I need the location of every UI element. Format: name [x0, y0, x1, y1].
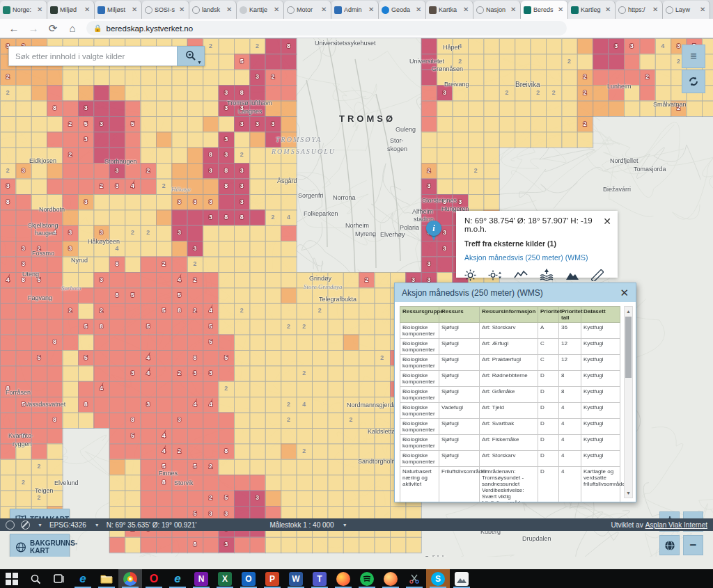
zoom-out-button[interactable]: −: [683, 535, 703, 555]
table-row[interactable]: Biologiske komponenterSjøfuglArt: Gråmåk…: [400, 387, 620, 403]
browser-tab-9[interactable]: Geoda✕: [379, 1, 426, 19]
sun-icon[interactable]: [464, 269, 476, 281]
table-row[interactable]: Biologiske komponenterSjøfuglArt: Fiskem…: [400, 435, 620, 451]
browser-tab-14[interactable]: https:/✕: [616, 1, 663, 19]
taskbar-word-icon[interactable]: W: [284, 569, 308, 588]
table-row[interactable]: Biologiske komponenterSjøfuglArt: Svartb…: [400, 419, 620, 435]
browser-tab-5[interactable]: landsk✕: [189, 1, 237, 19]
tab-close-icon[interactable]: ✕: [37, 6, 44, 13]
scroll-down-icon[interactable]: ▼: [625, 488, 632, 498]
tab-close-icon[interactable]: ✕: [179, 6, 186, 13]
close-icon[interactable]: ✕: [603, 216, 611, 227]
tab-close-icon[interactable]: ✕: [700, 6, 707, 13]
taskbar-search-icon[interactable]: [24, 569, 47, 588]
taskbar-outlook-icon[interactable]: O: [237, 569, 260, 588]
taskbar-powerpoint-icon[interactable]: P: [260, 569, 284, 588]
browser-tab-6[interactable]: Karttje✕: [237, 1, 284, 19]
tab-close-icon[interactable]: ✕: [274, 6, 281, 13]
epsg-selector[interactable]: EPSG:4326: [49, 521, 86, 529]
browser-tab-7[interactable]: Motor✕: [284, 1, 331, 19]
table-cell: 4: [559, 419, 581, 435]
browser-tab-10[interactable]: Kartka✕: [426, 1, 473, 19]
back-button[interactable]: ←: [6, 20, 22, 37]
tab-close-icon[interactable]: ✕: [416, 6, 423, 13]
tab-close-icon[interactable]: ✕: [558, 6, 565, 13]
browser-tab-3[interactable]: Miljøst✕: [95, 1, 142, 19]
table-row[interactable]: Biologiske komponenterSjøfuglArt: Rødneb…: [400, 371, 620, 387]
tide-icon[interactable]: [540, 269, 554, 281]
tab-close-icon[interactable]: ✕: [605, 6, 612, 13]
search-settings-button[interactable]: ▼: [177, 46, 205, 66]
map-viewport[interactable]: TROMSØTROMSØYAROMSSASUOLUUniversitetssyk…: [0, 38, 713, 557]
refresh-layers-button[interactable]: [682, 70, 705, 93]
overview-globe-button[interactable]: [659, 535, 680, 555]
projection-globe-icon[interactable]: [6, 521, 15, 530]
caret-down-icon[interactable]: ▼: [38, 523, 42, 527]
profile-icon[interactable]: [514, 269, 528, 280]
sun-adjust-icon[interactable]: [488, 269, 502, 281]
tab-close-icon[interactable]: ✕: [321, 6, 328, 13]
tab-close-icon[interactable]: ✕: [463, 6, 470, 13]
table-row[interactable]: Biologiske komponenterSjøfuglArt: Ærfugl…: [400, 339, 620, 355]
taskbar-file-explorer-icon[interactable]: [95, 569, 118, 588]
taskbar-spotify-icon[interactable]: [355, 569, 379, 588]
tab-close-icon[interactable]: ✕: [84, 6, 91, 13]
table-row[interactable]: Biologiske komponenterVadefuglArt: Tjeld…: [400, 403, 620, 419]
wms-result-link[interactable]: Aksjon månedsvis (250 meter) (WMS): [464, 253, 611, 262]
browser-tab-13[interactable]: Kartleg✕: [568, 1, 616, 19]
forward-button[interactable]: →: [25, 20, 42, 37]
close-icon[interactable]: ✕: [620, 287, 629, 299]
browser-tab-2[interactable]: Miljød✕: [47, 1, 95, 19]
table-cell: C: [538, 339, 559, 355]
scroll-thumb[interactable]: [625, 317, 632, 378]
asplan-viak-link[interactable]: Asplan Viak Internet: [645, 521, 707, 529]
tab-close-icon[interactable]: ✕: [132, 6, 139, 13]
browser-tab-4[interactable]: SOSI-s✕: [142, 1, 189, 19]
popup-titlebar[interactable]: Aksjon månedsvis (250 meter) (WMS) ✕: [395, 283, 636, 302]
table-cell: Vadefugl: [439, 403, 480, 419]
table-cell: Biologiske komponenter: [400, 323, 439, 339]
compass-icon[interactable]: [21, 521, 30, 530]
taskbar-teams-icon[interactable]: T: [308, 569, 331, 588]
tab-close-icon[interactable]: ✕: [368, 6, 375, 13]
menu-button[interactable]: ≡: [682, 45, 705, 68]
table-row[interactable]: Biologiske komponenterSjøfuglArt: Storsk…: [400, 451, 620, 467]
browser-tab-1[interactable]: Norge:✕: [0, 1, 47, 19]
tab-close-icon[interactable]: ✕: [510, 6, 517, 13]
address-bar[interactable]: 🔒 beredskap.kystverket.no: [86, 21, 567, 35]
taskbar-opera-icon[interactable]: O: [142, 569, 166, 588]
taskbar-excel-icon[interactable]: X: [213, 569, 237, 588]
browser-tab-11[interactable]: Nasjon✕: [473, 1, 521, 19]
browser-tab-15[interactable]: Layw✕: [663, 1, 710, 19]
scale-selector[interactable]: Målestokk 1 : 40 000: [269, 521, 334, 529]
reload-button[interactable]: ⟳: [45, 20, 61, 37]
browser-tab-12[interactable]: Bereds✕: [521, 1, 568, 19]
bakgrunnskart-button[interactable]: BAKGRUNNS-KART: [10, 534, 70, 557]
taskbar-task-view-icon[interactable]: [47, 569, 71, 588]
home-button[interactable]: ⌂: [64, 20, 81, 37]
tab-close-icon[interactable]: ✕: [226, 6, 233, 13]
taskbar-edge-icon[interactable]: e: [71, 569, 95, 588]
browser-tab-8[interactable]: Admin✕: [331, 1, 379, 19]
taskbar-chrome-icon[interactable]: [118, 569, 142, 588]
info-marker[interactable]: i: [426, 221, 441, 241]
taskbar-photos-icon[interactable]: [450, 569, 473, 588]
taskbar-onenote-icon[interactable]: N: [189, 569, 213, 588]
caret-down-icon[interactable]: ▼: [95, 523, 100, 527]
taskbar-internet-explorer-icon[interactable]: e: [166, 569, 189, 588]
taskbar-firefox-2-icon[interactable]: [379, 569, 402, 588]
table-row[interactable]: Biologiske komponenterSjøfuglArt: Storsk…: [400, 323, 620, 339]
taskbar-skype-icon[interactable]: S: [426, 569, 450, 588]
table-row[interactable]: Biologiske komponenterSjøfuglArt: Praktæ…: [400, 355, 620, 371]
terrain-icon[interactable]: [565, 270, 579, 280]
scroll-up-icon[interactable]: ▲: [625, 307, 632, 316]
caret-down-icon[interactable]: ▼: [343, 523, 347, 527]
measure-icon[interactable]: [591, 269, 604, 281]
table-row[interactable]: Naturbasert næring og aktivitetFriluftsl…: [400, 467, 620, 502]
taskbar-snipping-tool-icon[interactable]: [402, 569, 426, 588]
taskbar-firefox-icon[interactable]: [331, 569, 355, 588]
popup-scrollbar[interactable]: ▲ ▼: [624, 306, 633, 498]
tab-close-icon[interactable]: ✕: [652, 6, 659, 13]
taskbar-start-icon[interactable]: [0, 569, 24, 588]
search-input[interactable]: [8, 46, 177, 66]
